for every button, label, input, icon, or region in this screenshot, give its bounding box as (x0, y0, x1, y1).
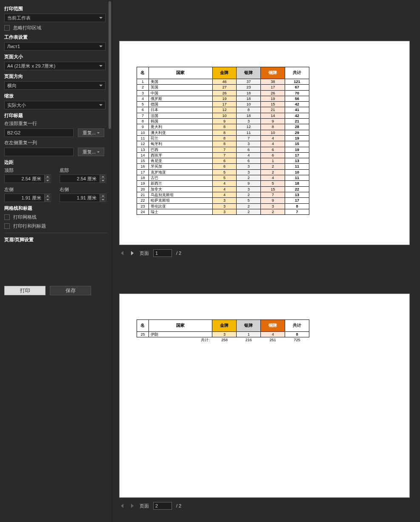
print-range-title: 打印范围 (4, 6, 108, 12)
th-silver: 银牌 (237, 320, 261, 332)
next-page-icon[interactable] (129, 503, 135, 509)
print-headings-label: 打印行和列标题 (13, 223, 46, 229)
table-row: 22 哈萨克斯坦 3 5 9 17 (137, 198, 309, 203)
margin-right-spinner[interactable]: 1.91 厘米 (60, 194, 106, 202)
spinner-up-icon[interactable] (44, 194, 50, 198)
table-row: 24 瑞士 3 2 2 7 (137, 209, 309, 214)
page-of: / 2 (176, 251, 181, 256)
checkbox-icon[interactable] (4, 223, 10, 229)
scaling-select[interactable]: 实际大小 (4, 101, 106, 109)
table-row: 16 牙买加 6 3 2 11 (137, 164, 309, 169)
repeat-row-label: 在顶部重复一行 (4, 120, 108, 127)
scaling-title: 缩放 (4, 93, 108, 99)
chevron-down-icon (99, 85, 103, 86)
margin-right-label: 右侧 (60, 186, 106, 193)
table-row: 15 肯尼亚 6 6 1 13 (137, 158, 309, 164)
prev-page-icon[interactable] (119, 503, 125, 509)
ignore-print-area-row[interactable]: 忽略打印区域 (4, 25, 108, 31)
print-settings-sidebar: 打印范围 当前工作表 忽略打印区域 工作表设置 Лист1 页面大小 A4 (2… (0, 0, 112, 522)
th-rank: 名 (137, 67, 149, 79)
table-row: 21 乌兹别克斯坦 4 2 7 13 (137, 192, 309, 197)
page-label: 页面 (140, 503, 149, 509)
table-row: 18 古巴 5 2 4 11 (137, 175, 309, 181)
table-row: 5 德国 17 10 15 42 (137, 102, 309, 107)
margin-bottom-spinner[interactable]: 2.54 厘米 (60, 174, 106, 183)
chevron-down-icon (99, 17, 103, 19)
sheet-value: Лист1 (7, 44, 20, 49)
table-row: 20 加拿大 4 3 15 22 (137, 186, 309, 192)
page-size-title: 页面大小 (4, 54, 108, 60)
checkbox-icon[interactable] (4, 25, 10, 31)
margin-top-spinner[interactable]: 2.54 厘米 (4, 174, 51, 183)
th-bronze: 铜牌 (261, 320, 285, 332)
table-row: 13 巴西 7 6 6 19 (137, 147, 309, 152)
print-gridlines-row[interactable]: 打印网格线 (4, 214, 108, 220)
page-number-input-1[interactable] (153, 249, 172, 257)
preview-page-2: 名 国家 金牌 银牌 铜牌 共计 25 伊朗 3 1 4 8 共计: 25821… (119, 294, 410, 498)
ignore-print-area-label: 忽略打印区域 (13, 25, 41, 31)
margin-left-spinner[interactable]: 1.91 厘米 (4, 194, 51, 202)
th-total: 共计 (285, 67, 309, 79)
prev-page-icon[interactable] (119, 250, 125, 256)
table-row: 2 英国 27 23 17 67 (137, 85, 309, 90)
gridlines-title: 网格线和标题 (4, 205, 108, 211)
chevron-down-icon (99, 46, 103, 47)
print-preview-area: 名 国家 金牌 银牌 铜牌 共计 1 美国 46 37 38 121 2 英国 … (112, 0, 420, 522)
table-row: 9 意大利 8 12 8 28 (137, 124, 309, 130)
th-rank: 名 (137, 320, 149, 332)
totals-row: 共计: 258216 251725 (137, 337, 309, 343)
next-page-icon[interactable] (129, 250, 135, 256)
table-row: 8 韩国 9 3 9 21 (137, 119, 309, 124)
th-bronze: 铜牌 (261, 67, 285, 79)
spinner-up-icon[interactable] (100, 194, 106, 198)
page-label: 页面 (140, 250, 149, 257)
orientation-title: 页面方向 (4, 73, 108, 80)
page-number-input-2[interactable] (153, 502, 172, 510)
margin-left-label: 左侧 (4, 186, 51, 193)
table-row: 12 匈牙利 8 3 4 15 (137, 141, 309, 147)
medal-table: 名 国家 金牌 银牌 铜牌 共计 1 美国 46 37 38 121 2 英国 … (137, 67, 309, 215)
table-row: 7 法国 10 18 14 42 (137, 113, 309, 118)
page-of: / 2 (176, 503, 181, 508)
header-footer-title[interactable]: 页眉/页脚设置 (4, 233, 108, 243)
page-size-value: A4 (21厘米 x 29.7厘米) (7, 63, 55, 69)
page-size-select[interactable]: A4 (21厘米 x 29.7厘米) (4, 62, 106, 70)
chevron-down-icon (97, 151, 100, 153)
medal-table: 名 国家 金牌 银牌 铜牌 共计 25 伊朗 3 1 4 8 共计: 25821… (137, 319, 309, 343)
print-headings-row[interactable]: 打印行和列标题 (4, 223, 108, 229)
margin-top-label: 顶部 (4, 167, 51, 174)
chevron-down-icon (97, 132, 100, 134)
th-total: 共计 (285, 320, 309, 332)
print-range-select[interactable]: 当前工作表 (4, 14, 106, 22)
print-gridlines-label: 打印网格线 (13, 214, 37, 220)
repeat-col-button[interactable]: 重复... (78, 148, 104, 156)
table-row: 23 哥伦比亚 3 2 3 8 (137, 203, 309, 209)
repeat-row-input[interactable] (4, 128, 74, 137)
page-nav-2: 页面 / 2 (119, 502, 413, 510)
spinner-down-icon[interactable] (100, 198, 106, 202)
table-row: 6 日本 12 8 21 41 (137, 107, 309, 113)
spinner-down-icon[interactable] (100, 179, 106, 183)
table-row: 17 克罗地亚 5 3 2 10 (137, 169, 309, 175)
table-row: 25 伊朗 3 1 4 8 (137, 332, 309, 337)
sidebar-scrollbar[interactable] (109, 1, 111, 129)
page-nav-1: 页面 / 2 (119, 249, 413, 257)
checkbox-icon[interactable] (4, 214, 10, 220)
spinner-up-icon[interactable] (44, 175, 50, 179)
print-button[interactable]: 打印 (4, 286, 46, 295)
repeat-col-input[interactable] (4, 148, 74, 156)
scaling-value: 实际大小 (7, 102, 26, 108)
spinner-down-icon[interactable] (44, 198, 50, 202)
table-row: 14 西班牙 7 4 6 17 (137, 152, 309, 158)
th-gold: 金牌 (212, 67, 237, 79)
sheet-select[interactable]: Лист1 (4, 42, 106, 51)
table-row: 1 美国 46 37 38 121 (137, 79, 309, 85)
orientation-select[interactable]: 横向 (4, 81, 106, 90)
table-row: 11 荷兰 8 7 4 19 (137, 135, 309, 141)
preview-page-1: 名 国家 金牌 银牌 铜牌 共计 1 美国 46 37 38 121 2 英国 … (119, 41, 410, 245)
table-row: 3 中国 26 18 26 70 (137, 90, 309, 96)
save-button[interactable]: 保存 (50, 286, 91, 295)
spinner-down-icon[interactable] (44, 179, 50, 183)
repeat-row-button[interactable]: 重复... (78, 128, 104, 137)
spinner-up-icon[interactable] (100, 175, 106, 179)
